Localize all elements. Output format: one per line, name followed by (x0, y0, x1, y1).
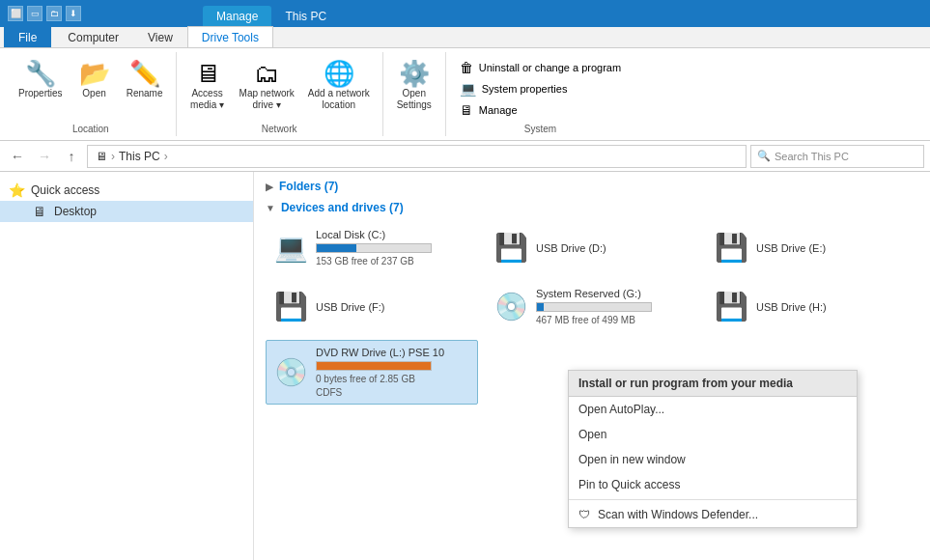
scan-defender-label: Scan with Windows Defender... (598, 508, 758, 521)
drive-usb-e[interactable]: 💾 USB Drive (E:) (706, 222, 918, 273)
drive-g-icon: 💿 (494, 291, 528, 322)
system-group-label: System (454, 120, 627, 134)
map-network-label: Map networkdrive ▾ (240, 88, 295, 111)
access-media-icon: 🖥 (195, 61, 220, 86)
tb-icon-2: ▭ (27, 6, 42, 21)
desktop-label: Desktop (54, 205, 97, 218)
devices-label: Devices and drives (7) (281, 201, 404, 214)
drive-c-icon: 💻 (274, 232, 308, 264)
tb-icon-3: 🗀 (46, 6, 62, 21)
add-network-icon: 🌐 (324, 61, 354, 86)
drive-usb-h[interactable]: 💾 USB Drive (H:) (706, 281, 918, 332)
sidebar-item-quick-access[interactable]: ⭐ Quick access (0, 180, 253, 201)
search-icon: 🔍 (757, 150, 771, 162)
tab-view[interactable]: View (133, 26, 187, 47)
drive-c-bar-container (316, 243, 432, 253)
tab-computer[interactable]: Computer (53, 26, 133, 47)
drive-l-info: DVD RW Drive (L:) PSE 10 0 bytes free of… (316, 347, 444, 398)
quick-access-icon: ⭐ (8, 182, 25, 198)
context-menu-open-new-window[interactable]: Open in new window (569, 447, 857, 472)
quick-access-label: Quick access (31, 183, 99, 197)
title-bar-tabs: Manage This PC (203, 0, 340, 27)
access-media-button[interactable]: 🖥 Accessmedia ▾ (184, 58, 231, 114)
folders-section-header[interactable]: ▶ Folders (7) (266, 180, 918, 193)
drive-l-bar (317, 362, 431, 370)
rename-button[interactable]: ✏️ Rename (122, 58, 168, 102)
path-thispc: This PC (119, 150, 160, 163)
ribbon-tabs: File Computer View Drive Tools (0, 27, 930, 48)
network-group-label: Network (184, 120, 375, 134)
drive-f-name: USB Drive (F:) (316, 301, 385, 313)
manage-label: Manage (479, 104, 518, 116)
open-settings-label: OpenSettings (397, 88, 432, 111)
access-media-label: Accessmedia ▾ (190, 88, 224, 111)
tab-drive-tools[interactable]: Drive Tools (187, 26, 273, 47)
drive-c-info: Local Disk (C:) 153 GB free of 237 GB (316, 229, 432, 266)
drive-g-info: System Reserved (G:) 467 MB free of 499 … (536, 288, 652, 325)
system-properties-label: System properties (482, 83, 568, 95)
ribbon-group-location: 🔧 Properties 📂 Open ✏️ Rename Location (6, 52, 177, 136)
drive-l-sublabel: CDFS (316, 387, 444, 398)
drive-h-name: USB Drive (H:) (756, 301, 827, 313)
drive-c-bar (317, 244, 356, 252)
location-group-label: Location (14, 120, 168, 134)
add-network-location-button[interactable]: 🌐 Add a networklocation (303, 58, 375, 114)
forward-button[interactable]: → (33, 145, 56, 168)
context-menu-open[interactable]: Open (569, 422, 857, 447)
properties-button[interactable]: 🔧 Properties (14, 58, 68, 102)
ribbon-group-open: ⚙️ OpenSettings (383, 52, 446, 136)
drive-e-info: USB Drive (E:) (756, 242, 826, 254)
drive-system-g[interactable]: 💿 System Reserved (G:) 467 MB free of 49… (486, 281, 698, 332)
folders-chevron: ▶ (266, 182, 273, 192)
context-menu-scan-defender[interactable]: 🛡 Scan with Windows Defender... (569, 502, 857, 527)
search-box[interactable]: 🔍 Search This PC (750, 145, 924, 168)
context-menu-autoplay[interactable]: Open AutoPlay... (569, 397, 857, 422)
devices-section-header[interactable]: ▼ Devices and drives (7) (266, 201, 918, 214)
address-path[interactable]: 🖥 › This PC › (87, 145, 747, 168)
drive-usb-f[interactable]: 💾 USB Drive (F:) (266, 281, 478, 332)
drive-local-c[interactable]: 💻 Local Disk (C:) 153 GB free of 237 GB (266, 222, 478, 273)
ribbon-content: 🔧 Properties 📂 Open ✏️ Rename Location 🖥… (0, 48, 930, 141)
properties-icon: 🔧 (25, 61, 56, 86)
drive-h-info: USB Drive (H:) (756, 301, 827, 313)
title-bar-icons: ⬜ ▭ 🗀 ⬇ (8, 6, 81, 21)
open-settings-button[interactable]: ⚙️ OpenSettings (391, 58, 437, 114)
content-area: ▶ Folders (7) ▼ Devices and drives (7) 💻… (254, 172, 930, 560)
manage-button[interactable]: 🖥 Manage (454, 100, 627, 120)
title-bar: ⬜ ▭ 🗀 ⬇ Manage This PC (0, 0, 930, 27)
map-network-drive-button[interactable]: 🗂 Map networkdrive ▾ (235, 58, 299, 114)
tab-file[interactable]: File (4, 26, 51, 47)
devices-chevron: ▼ (266, 203, 275, 213)
system-properties-button[interactable]: 💻 System properties (454, 79, 627, 98)
open-group-label (391, 120, 437, 134)
location-items: 🔧 Properties 📂 Open ✏️ Rename (14, 54, 168, 120)
uninstall-icon: 🗑 (460, 60, 473, 75)
drive-g-bar-container (536, 302, 652, 312)
up-button[interactable]: ↑ (60, 145, 83, 168)
open-button[interactable]: 📂 Open (71, 58, 118, 102)
back-button[interactable]: ← (6, 145, 29, 168)
search-placeholder: Search This PC (775, 151, 849, 162)
tb-icon-1: ⬜ (8, 6, 23, 21)
title-tab-thispc[interactable]: This PC (271, 6, 340, 27)
main-layout: ⭐ Quick access 🖥 Desktop ▶ Folders (7) ▼… (0, 172, 930, 560)
title-tab-manage[interactable]: Manage (203, 6, 271, 27)
drive-h-icon: 💾 (715, 291, 748, 322)
rename-icon: ✏️ (129, 61, 160, 86)
drive-e-name: USB Drive (E:) (756, 242, 826, 254)
system-properties-icon: 💻 (460, 81, 476, 97)
uninstall-button[interactable]: 🗑 Uninstall or change a program (454, 58, 627, 77)
sidebar-item-desktop[interactable]: 🖥 Desktop (0, 201, 253, 222)
map-network-icon: 🗂 (254, 61, 279, 86)
drive-usb-d[interactable]: 💾 USB Drive (D:) (486, 222, 698, 273)
drive-l-bar-container (316, 361, 432, 371)
open-icon: 📂 (79, 61, 110, 86)
drive-dvd-l[interactable]: 💿 DVD RW Drive (L:) PSE 10 0 bytes free … (266, 340, 478, 405)
drive-d-name: USB Drive (D:) (536, 242, 606, 254)
drive-d-icon: 💾 (494, 232, 528, 264)
folders-label: Folders (7) (279, 180, 338, 193)
context-menu-pin-quick-access[interactable]: Pin to Quick access (569, 472, 857, 500)
drive-l-icon: 💿 (274, 356, 308, 388)
context-menu-header: Install or run program from your media (569, 371, 857, 397)
drive-f-info: USB Drive (F:) (316, 301, 385, 313)
